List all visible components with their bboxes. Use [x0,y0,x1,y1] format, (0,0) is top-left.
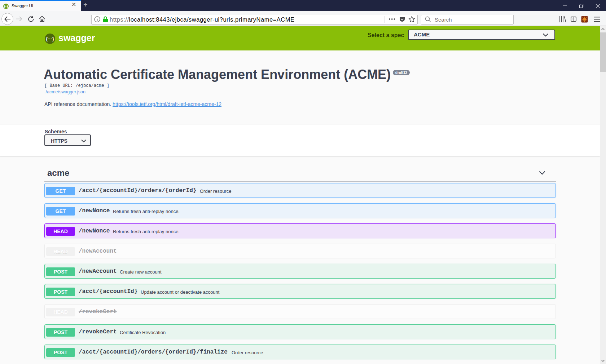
svg-text:{···}: {···} [46,36,54,41]
svg-text:{-}: {-} [4,4,8,8]
